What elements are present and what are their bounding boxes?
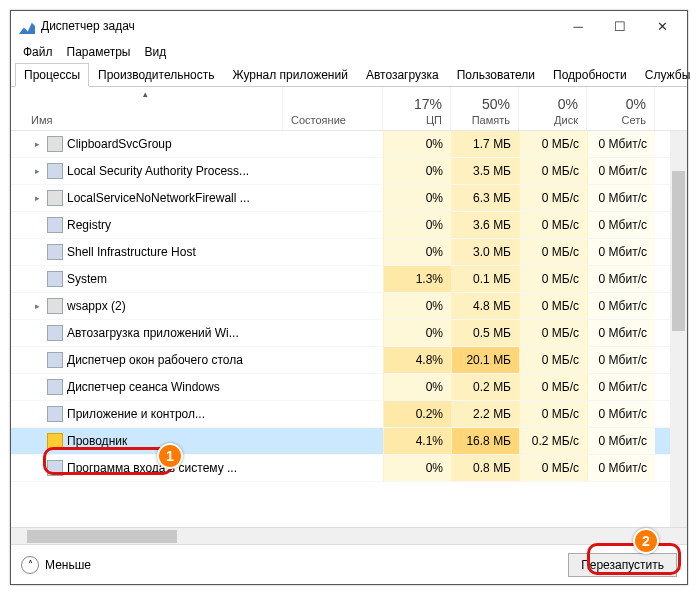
process-icon [47, 136, 63, 152]
process-name: Проводник [67, 434, 127, 448]
menubar: Файл Параметры Вид [11, 41, 687, 63]
annotation-badge-1: 1 [157, 443, 183, 469]
memory-cell: 3.5 МБ [451, 158, 519, 184]
table-row[interactable]: Программа входа в систему ...0%0.8 МБ0 М… [11, 455, 687, 482]
table-row[interactable]: ▸LocalServiceNoNetworkFirewall ...0%6.3 … [11, 185, 687, 212]
cpu-cell: 0% [383, 158, 451, 184]
process-icon [47, 352, 63, 368]
disk-cell: 0 МБ/с [519, 293, 587, 319]
memory-cell: 2.2 МБ [451, 401, 519, 427]
col-status[interactable]: Состояние [283, 87, 383, 130]
minimize-button[interactable]: ─ [557, 12, 599, 40]
col-cpu[interactable]: 17% ЦП [383, 87, 451, 130]
tab-startup[interactable]: Автозагрузка [357, 63, 448, 87]
tab-performance[interactable]: Производительность [89, 63, 223, 87]
network-cell: 0 Мбит/с [587, 158, 655, 184]
table-row[interactable]: Диспетчер окон рабочего стола4.8%20.1 МБ… [11, 347, 687, 374]
table-row[interactable]: ▸ClipboardSvcGroup0%1.7 МБ0 МБ/с0 Мбит/с [11, 131, 687, 158]
col-network[interactable]: 0% Сеть [587, 87, 655, 130]
process-icon [47, 271, 63, 287]
process-name: Диспетчер сеанса Windows [67, 380, 220, 394]
table-row[interactable]: Shell Infrastructure Host0%3.0 МБ0 МБ/с0… [11, 239, 687, 266]
table-row[interactable]: ▸wsappx (2)0%4.8 МБ0 МБ/с0 Мбит/с [11, 293, 687, 320]
cpu-cell: 0% [383, 212, 451, 238]
memory-cell: 20.1 МБ [451, 347, 519, 373]
cpu-cell: 0% [383, 131, 451, 157]
menu-view[interactable]: Вид [138, 43, 172, 61]
table-row[interactable]: Диспетчер сеанса Windows0%0.2 МБ0 МБ/с0 … [11, 374, 687, 401]
maximize-button[interactable]: ☐ [599, 12, 641, 40]
tab-apphistory[interactable]: Журнал приложений [224, 63, 357, 87]
network-cell: 0 Мбит/с [587, 185, 655, 211]
fewer-details-toggle[interactable]: ˄ Меньше [21, 556, 91, 574]
col-name[interactable]: ▴ Имя [23, 87, 283, 130]
process-table: ▴ Имя Состояние 17% ЦП 50% Память 0% Дис… [11, 87, 687, 544]
tab-details[interactable]: Подробности [544, 63, 636, 87]
cpu-cell: 0% [383, 320, 451, 346]
memory-cell: 0.8 МБ [451, 455, 519, 481]
table-row[interactable]: Приложение и контрол...0.2%2.2 МБ0 МБ/с0… [11, 401, 687, 428]
cpu-cell: 0% [383, 293, 451, 319]
process-icon [47, 406, 63, 422]
expand-icon[interactable]: ▸ [31, 139, 43, 149]
chevron-up-icon: ˄ [21, 556, 39, 574]
tab-users[interactable]: Пользователи [448, 63, 544, 87]
process-icon [47, 190, 63, 206]
cpu-cell: 0% [383, 239, 451, 265]
expand-icon[interactable]: ▸ [31, 193, 43, 203]
rows-viewport: ▸ClipboardSvcGroup0%1.7 МБ0 МБ/с0 Мбит/с… [11, 131, 687, 527]
memory-cell: 0.1 МБ [451, 266, 519, 292]
restart-button[interactable]: Перезапустить [568, 553, 677, 577]
disk-cell: 0 МБ/с [519, 401, 587, 427]
vertical-scrollbar[interactable] [670, 131, 687, 527]
process-icon [47, 433, 63, 449]
table-row[interactable]: Registry0%3.6 МБ0 МБ/с0 Мбит/с [11, 212, 687, 239]
table-row[interactable]: Автозагрузка приложений Wi...0%0.5 МБ0 М… [11, 320, 687, 347]
disk-cell: 0 МБ/с [519, 320, 587, 346]
sort-indicator-icon: ▴ [143, 89, 148, 99]
network-cell: 0 Мбит/с [587, 428, 655, 454]
titlebar: Диспетчер задач ─ ☐ ✕ [11, 11, 687, 41]
disk-cell: 0 МБ/с [519, 158, 587, 184]
close-button[interactable]: ✕ [641, 12, 683, 40]
window-title: Диспетчер задач [41, 19, 135, 33]
app-icon [19, 18, 35, 34]
table-row[interactable]: Проводник4.1%16.8 МБ0.2 МБ/с0 Мбит/с [11, 428, 687, 455]
cpu-cell: 4.8% [383, 347, 451, 373]
tabs: Процессы Производительность Журнал прило… [11, 63, 687, 87]
disk-cell: 0 МБ/с [519, 131, 587, 157]
tab-processes[interactable]: Процессы [15, 63, 89, 87]
process-icon [47, 460, 63, 476]
memory-cell: 3.6 МБ [451, 212, 519, 238]
network-cell: 0 Мбит/с [587, 455, 655, 481]
network-cell: 0 Мбит/с [587, 131, 655, 157]
process-name: Приложение и контрол... [67, 407, 205, 421]
col-memory[interactable]: 50% Память [451, 87, 519, 130]
expand-icon[interactable]: ▸ [31, 166, 43, 176]
cpu-cell: 4.1% [383, 428, 451, 454]
menu-file[interactable]: Файл [17, 43, 59, 61]
process-name: Local Security Authority Process... [67, 164, 249, 178]
process-name: wsappx (2) [67, 299, 126, 313]
horizontal-scrollbar[interactable] [11, 527, 687, 544]
cpu-cell: 0% [383, 455, 451, 481]
process-icon [47, 325, 63, 341]
memory-cell: 16.8 МБ [451, 428, 519, 454]
disk-cell: 0 МБ/с [519, 239, 587, 265]
cpu-cell: 0.2% [383, 401, 451, 427]
process-name: ClipboardSvcGroup [67, 137, 172, 151]
network-cell: 0 Мбит/с [587, 239, 655, 265]
process-icon [47, 298, 63, 314]
memory-cell: 3.0 МБ [451, 239, 519, 265]
memory-cell: 1.7 МБ [451, 131, 519, 157]
expand-icon[interactable]: ▸ [31, 301, 43, 311]
memory-cell: 0.5 МБ [451, 320, 519, 346]
cpu-cell: 0% [383, 185, 451, 211]
table-row[interactable]: ▸Local Security Authority Process...0%3.… [11, 158, 687, 185]
menu-options[interactable]: Параметры [61, 43, 137, 61]
col-disk[interactable]: 0% Диск [519, 87, 587, 130]
process-name: Автозагрузка приложений Wi... [67, 326, 239, 340]
disk-cell: 0 МБ/с [519, 455, 587, 481]
table-row[interactable]: System1.3%0.1 МБ0 МБ/с0 Мбит/с [11, 266, 687, 293]
tab-services[interactable]: Службы [636, 63, 698, 87]
